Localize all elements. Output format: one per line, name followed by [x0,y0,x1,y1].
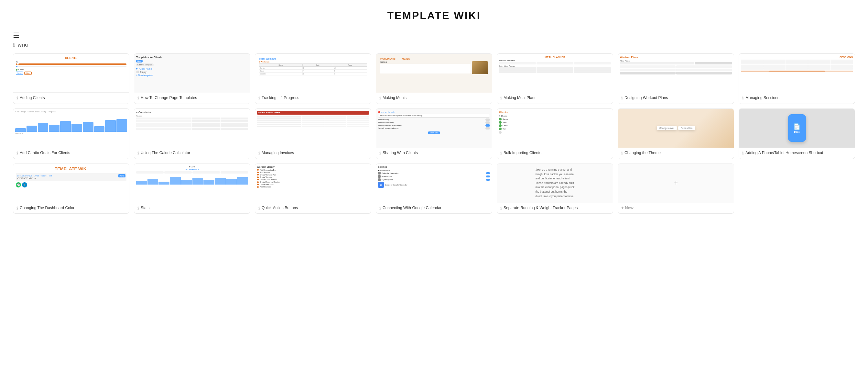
info-dot: ℹ [137,206,139,211]
card-label-calorie-calculator: ℹUsing The Calorie Calculator [134,148,250,159]
card-label-text: Designing Workout Plans [624,95,668,101]
card-thumb-designing-workout-plans: Workout Plans Meal Plans [618,54,734,93]
info-dot: ℹ [258,95,260,101]
card-thumb-making-meals: INGREDIENTSMEALS MEALS [376,54,492,93]
new-label-text: + New [621,205,633,210]
card-tracking-lift-progress[interactable]: Client Workouts ♦ Workouts NameSetsReps … [255,53,371,104]
card-label-text: Changing The Dashboard Color [20,205,74,211]
card-managing-sessions[interactable]: SESSIONS ℹManaging Sessions [739,53,855,104]
card-thumb-bulk-importing: Clients X Clients Sarah Sam Chloe Tom [497,109,613,148]
card-label-text: Tracking Lift Progress [261,95,299,101]
card-managing-invoices[interactable]: INVOICE MANAGER [255,109,371,159]
card-label-text: Managing Invoices [261,150,294,156]
card-label-quick-action-buttons: ℹQuick-Action Buttons [255,203,371,214]
card-label-making-meal-plans: ℹMaking Meal Plans [497,93,613,104]
card-thumb-running-tracker: ℹ Here's a running tracker and weight lo… [497,164,613,203]
card-bulk-importing[interactable]: Clients X Clients Sarah Sam Chloe Tom [497,109,613,159]
info-dot: ℹ [621,150,623,156]
card-label-text: Adding Clients [20,95,44,101]
card-label-text: Stats [141,205,149,211]
card-label-add-cardio-goals: ℹAdd Cardio Goals For Clients [13,148,129,159]
card-dashboard-color[interactable]: TEMPLATE WIKI {color|D87620|LARGE extbf{… [13,164,129,214]
card-label-text: Changing the Theme [624,150,661,156]
info-dot: ℹ [500,150,502,156]
card-thumb-sharing-with-clients: 🔴 Live on the web. https://harmonious-sp… [376,109,492,148]
info-dot: ℹ [742,150,744,156]
info-icon: ℹ [13,42,15,48]
card-running-tracker[interactable]: ℹ Here's a running tracker and weight lo… [497,164,613,214]
card-label-changing-theme: ℹChanging the Theme [618,148,734,159]
card-thumb-quick-action-buttons: Workout Library Add Onboarding Doc Add S… [255,164,371,203]
card-thumb-making-meal-plans: MEAL PLANNER Macro Calculator Daily Meal… [497,54,613,93]
card-thumb-add-cardio-goals: Goal / Target / Current Total Loss by / … [13,109,129,148]
info-dot: ℹ [379,206,381,211]
card-label-text: Making Meal Plans [503,95,536,101]
info-dot: ℹ [379,95,381,101]
info-dot: ℹ [500,95,502,101]
card-thumb-stats: STATS ALL WORKOUTS [134,164,250,203]
info-dot: ℹ [137,150,139,156]
card-label-tracking-lift-progress: ℹTracking Lift Progress [255,93,371,104]
card-label-managing-sessions: ℹManaging Sessions [739,93,855,104]
card-adding-clients[interactable]: CLIENTS To Clients Save Other ℹAdding Cl… [13,53,129,104]
card-thumb-dashboard-color: TEMPLATE WIKI {color|D87620|LARGE extbf{… [13,164,129,203]
card-making-meal-plans[interactable]: MEAL PLANNER Macro Calculator Daily Meal… [497,53,613,104]
card-label-phone-shortcut: ℹAdding A Phone/Tablet Homescreen Shortc… [739,148,855,159]
info-dot: ℹ [17,95,18,101]
card-calorie-calculator[interactable]: e-Calculator Names [134,109,250,159]
card-label-designing-workout-plans: ℹDesigning Workout Plans [618,93,734,104]
page-title: TEMPLATE WIKI [13,10,855,22]
card-label-text: Connecting With Google Calendar [382,205,441,211]
info-dot: ℹ [258,206,260,211]
card-thumb-calorie-calculator: e-Calculator Names [134,109,250,148]
info-dot: ℹ [17,206,18,211]
card-label-sharing-with-clients: ℹSharing With Clients [376,148,492,159]
cards-grid: CLIENTS To Clients Save Other ℹAdding Cl… [13,53,855,214]
card-add-cardio-goals[interactable]: Goal / Target / Current Total Loss by / … [13,109,129,159]
card-label-text: How To Change Page Templates [141,95,197,101]
card-thumb-phone-shortcut: 📄 Docs [739,109,855,148]
new-thumb-area[interactable]: + [618,164,734,203]
card-label-bulk-importing: ℹBulk Importing Clients [497,148,613,159]
card-label-how-to-change-templates: ℹHow To Change Page Templates [134,93,250,104]
info-dot: ℹ [742,95,744,101]
info-dot: ℹ [137,95,139,101]
card-label-text: Managing Sessions [745,95,779,101]
card-changing-theme[interactable]: Change cover Reposition ℹChanging the Th… [618,109,734,159]
info-dot: ℹ [258,150,260,156]
card-label-text: Quick-Action Buttons [261,205,298,211]
card-label-text: Add Cardio Goals For Clients [20,150,70,156]
card-thumb-changing-theme: Change cover Reposition [618,109,734,148]
card-label-dashboard-color: ℹChanging The Dashboard Color [13,203,129,214]
card-label-text: Separate Running & Weight Tracker Pages [503,205,578,211]
card-label-stats: ℹStats [134,203,250,214]
card-label-text: Bulk Importing Clients [503,150,541,156]
card-label-google-calendar: ℹConnecting With Google Calendar [376,203,492,214]
card-label-managing-invoices: ℹManaging Invoices [255,148,371,159]
stack-icon: ☰ [13,31,855,40]
card-stats[interactable]: STATS ALL WORKOUTS ℹStats [134,164,250,214]
card-thumb-how-to-change-templates: Templates for Clients New Edit this temp… [134,54,250,93]
card-making-meals[interactable]: INGREDIENTSMEALS MEALS ℹMaking Meals [376,53,492,104]
card-label-text: Sharing With Clients [382,150,418,156]
card-label-text: Making Meals [382,95,406,101]
card-google-calendar[interactable]: Settings ▶ My Account Calendar Integrati… [376,164,492,214]
card-designing-workout-plans[interactable]: Workout Plans Meal Plans ℹDesignin [618,53,734,104]
info-dot: ℹ [500,206,502,211]
new-card-label: + New [618,203,734,213]
card-label-making-meals: ℹMaking Meals [376,93,492,104]
card-label-adding-clients: ℹAdding Clients [13,93,129,104]
card-phone-shortcut[interactable]: 📄 Docs ℹAdding A Phone/Tablet Homescreen… [739,109,855,159]
plus-icon: + [674,179,678,187]
card-new-card[interactable]: ++ New [618,164,734,214]
info-dot: ℹ [17,150,18,156]
section-header: ℹ WIKI [13,42,855,48]
card-how-to-change-templates[interactable]: Templates for Clients New Edit this temp… [134,53,250,104]
card-thumb-managing-sessions: SESSIONS [739,54,855,93]
card-sharing-with-clients[interactable]: 🔴 Live on the web. https://harmonious-sp… [376,109,492,159]
card-thumb-adding-clients: CLIENTS To Clients Save Other [13,54,129,93]
section-label: WIKI [18,43,29,48]
info-dot: ℹ [621,95,623,101]
card-thumb-managing-invoices: INVOICE MANAGER [255,109,371,148]
card-quick-action-buttons[interactable]: Workout Library Add Onboarding Doc Add S… [255,164,371,214]
